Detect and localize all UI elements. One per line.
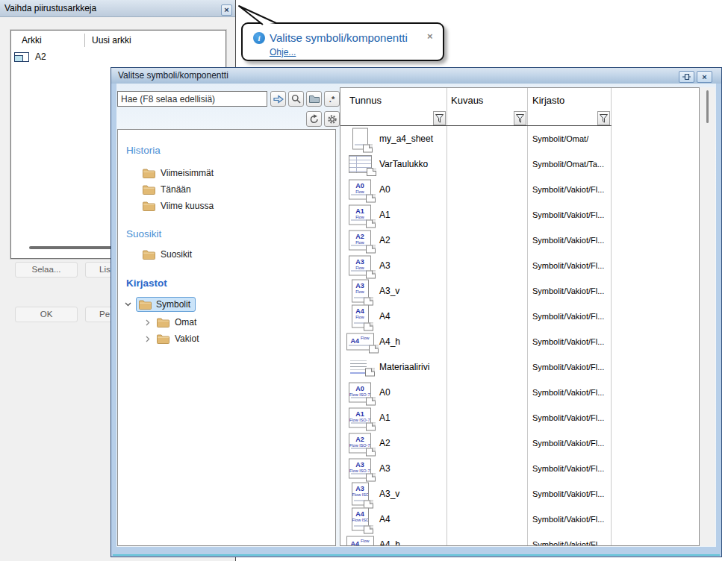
- change-sheets-titlebar[interactable]: Vaihda piirustusarkkeja ×: [0, 0, 235, 17]
- refresh-button[interactable]: [306, 111, 322, 127]
- symbol-thumbnail: A3 Flow ISO-7200: [343, 483, 376, 506]
- tree-item[interactable]: Vakiot: [144, 330, 199, 347]
- help-link[interactable]: Ohje...: [270, 47, 296, 57]
- symbol-thumbnail: A2 Flow: [343, 231, 376, 251]
- column-header-kuvaus[interactable]: Kuvaus: [451, 95, 483, 106]
- pin-icon[interactable]: [679, 71, 694, 83]
- tree-item-label: Vakiot: [175, 333, 199, 344]
- kirjasto-cell: Symbolit/Vakiot/Fl...: [532, 312, 604, 321]
- page-dogear-icon: [366, 423, 376, 431]
- close-icon[interactable]: ×: [697, 71, 712, 83]
- page-dogear-icon: [366, 448, 376, 457]
- search-input[interactable]: [117, 91, 267, 107]
- kirjasto-cell: Symbolit/Vakiot/Fl...: [532, 337, 604, 346]
- filter-button-kuvaus[interactable]: [514, 111, 526, 125]
- table-row[interactable]: Materiaalirivi Symbolit/Vakiot/Fl...: [340, 354, 699, 380]
- close-icon[interactable]: ×: [427, 31, 433, 42]
- library-tree-panel: Historia Viimeisimmät Tänään Viime kuuss…: [117, 129, 336, 546]
- info-icon: i: [253, 32, 265, 44]
- symbol-thumbnail: A2 Flow ISO-7200: [343, 433, 376, 454]
- tunnus-cell: A3: [379, 260, 391, 271]
- sheet-row[interactable]: A2: [14, 50, 46, 63]
- page-dogear-icon: [366, 220, 376, 228]
- chevron-right-icon[interactable]: [144, 319, 152, 326]
- folder-item[interactable]: Viimeisimmät: [143, 165, 214, 181]
- tree-item[interactable]: Omat: [144, 314, 199, 330]
- go-arrow-button[interactable]: [270, 91, 286, 107]
- folder-icon: [157, 334, 169, 344]
- selected-tree-node[interactable]: Symbolit: [136, 297, 196, 312]
- folder-icon: [143, 250, 155, 260]
- table-row[interactable]: A2 Flow A2 Symbolit/Vakiot/Fl...: [340, 228, 699, 253]
- callout-title: Valitse symboli/komponentti: [270, 31, 408, 44]
- search-button[interactable]: [288, 91, 304, 107]
- selaa-button[interactable]: Selaa...: [15, 262, 78, 278]
- table-row[interactable]: A0 Flow A0 Symbolit/Vakiot/Fl...: [340, 177, 699, 202]
- folder-icon: [143, 201, 155, 211]
- table-row[interactable]: A0 Flow ISO-7200 A0 Symbolit/Vakiot/Fl..…: [340, 380, 699, 405]
- close-icon[interactable]: ×: [221, 4, 232, 16]
- column-header-kirjasto[interactable]: Kirjasto: [532, 95, 564, 106]
- table-row[interactable]: A3 Flow A3 Symbolit/Vakiot/Fl...: [340, 253, 699, 278]
- table-row[interactable]: A3 Flow A3_v Symbolit/Vakiot/Fl...: [340, 278, 699, 304]
- folder-item-label: Viimeisimmät: [161, 168, 214, 178]
- symbol-thumbnail: A4 Flow: [343, 333, 376, 351]
- select-symbol-dialog: Valitse symboli/komponentti × .*: [111, 67, 722, 557]
- folder-item[interactable]: Suosikit: [143, 246, 192, 263]
- dialog-title: Valitse symboli/komponentti: [118, 70, 228, 81]
- column-header-tunnus[interactable]: Tunnus: [349, 95, 382, 106]
- table-row[interactable]: A3 Flow ISO-7200 A3 Symbolit/Vakiot/Fl..…: [340, 456, 699, 481]
- vertical-scrollbar-thumb[interactable]: [706, 90, 709, 123]
- tree-item-symbolit[interactable]: Symbolit: [124, 296, 196, 313]
- folder-item[interactable]: Viime kuussa: [143, 198, 214, 214]
- tunnus-cell: A4_h: [379, 539, 400, 545]
- vertical-scrollbar[interactable]: [700, 87, 715, 546]
- kirjasto-cell: Symbolit/Vakiot/Fl...: [532, 388, 604, 397]
- ok-button[interactable]: OK: [15, 307, 78, 322]
- kirjasto-cell: Symbolit/Omat/Ta...: [532, 160, 604, 169]
- dialog-bottom-accent: [113, 554, 720, 556]
- table-row[interactable]: A2 Flow ISO-7200 A2 Symbolit/Vakiot/Fl..…: [340, 430, 699, 456]
- tunnus-cell: A4: [379, 514, 391, 524]
- dialog-content: .* Historia Viimeisimmät Tänään Viime ku…: [116, 84, 716, 547]
- folder-item[interactable]: Tänään: [143, 181, 214, 198]
- filter-button-tunnus[interactable]: [433, 111, 446, 125]
- folder-item-label: Tänään: [161, 184, 191, 195]
- favorites-items: Suosikit: [143, 246, 192, 263]
- filter-icon: [600, 114, 608, 123]
- table-row[interactable]: A1 Flow A1 Symbolit/Vakiot/Fl...: [340, 202, 699, 228]
- table-row[interactable]: my_a4_sheet Symbolit/Omat/: [340, 126, 699, 151]
- kirjasto-cell: Symbolit/Vakiot/Fl...: [532, 286, 604, 295]
- kirjasto-cell: Symbolit/Vakiot/Fl...: [532, 540, 604, 545]
- table-row[interactable]: A4 Flow A4_h Symbolit/Vakiot/Fl...: [340, 532, 699, 545]
- history-header: Historia: [126, 145, 161, 156]
- table-row[interactable]: VarTaulukko Symbolit/Omat/Ta...: [340, 151, 699, 177]
- history-items: Viimeisimmät Tänään Viime kuussa: [143, 165, 214, 214]
- kirjasto-cell: Symbolit/Omat/: [532, 134, 588, 143]
- kirjasto-cell: Symbolit/Vakiot/Fl...: [532, 489, 604, 498]
- table-row[interactable]: A1 Flow ISO-7200 A1 Symbolit/Vakiot/Fl..…: [340, 405, 699, 430]
- table-row[interactable]: A4 Flow A4 Symbolit/Vakiot/Fl...: [340, 304, 699, 329]
- filter-button-kirjasto[interactable]: [597, 111, 610, 125]
- sheet-icon: [14, 52, 29, 62]
- regex-button[interactable]: .*: [324, 91, 340, 107]
- table-row[interactable]: A3 Flow ISO-7200 A3_v Symbolit/Vakiot/Fl…: [340, 481, 699, 507]
- chevron-right-icon[interactable]: [144, 336, 152, 342]
- select-symbol-titlebar[interactable]: Valitse symboli/komponentti ×: [111, 68, 721, 84]
- symbol-thumbnail: A4 Flow: [343, 536, 376, 546]
- tunnus-cell: A3: [379, 463, 391, 474]
- favorites-header: Suosikit: [126, 228, 161, 239]
- table-row[interactable]: A4 Flow ISO-7200 A4 Symbolit/Vakiot/Fl..…: [340, 507, 699, 532]
- screen: Vaihda piirustusarkkeja × Arkki Uusi ark…: [0, 0, 728, 561]
- chevron-down-icon[interactable]: [124, 302, 131, 307]
- folder-item-label: Suosikit: [161, 249, 192, 260]
- table-row[interactable]: A4 Flow A4_h Symbolit/Vakiot/Fl...: [340, 329, 699, 354]
- kirjasto-cell: Symbolit/Vakiot/Fl...: [532, 185, 604, 194]
- sheet-row-label: A2: [35, 51, 46, 62]
- gear-icon[interactable]: [324, 111, 340, 127]
- symbol-thumbnail: [343, 361, 376, 374]
- callout-tail: [233, 1, 281, 27]
- browse-folder-button[interactable]: [306, 91, 322, 107]
- tunnus-cell: Materiaalirivi: [379, 362, 429, 372]
- kirjasto-cell: Symbolit/Vakiot/Fl...: [532, 363, 604, 372]
